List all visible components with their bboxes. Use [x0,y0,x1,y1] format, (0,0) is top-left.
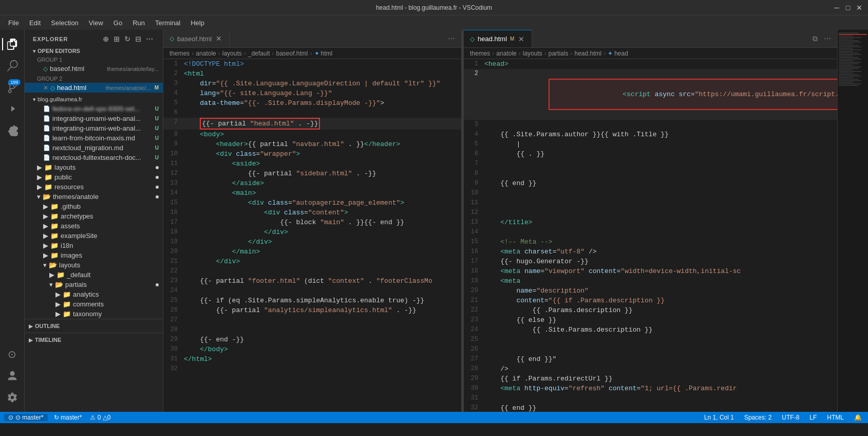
status-language[interactable]: HTML [825,414,846,421]
right-bc-head[interactable]: head.html [574,50,601,57]
file-learn[interactable]: 📄 learn-from-bitcoin-maxis.md U [25,133,163,143]
new-file-icon[interactable]: ⊕ [102,34,110,44]
folder-default[interactable]: ▶ 📁 _default [25,270,163,280]
status-position[interactable]: Ln 1, Col 1 [702,414,736,421]
menu-edit[interactable]: Edit [25,18,45,28]
timeline-header[interactable]: ▶ TIMELINE [25,335,163,344]
status-bell[interactable]: 🔔 [852,414,864,421]
folder-partials[interactable]: ▾ 📂 partials [25,280,163,289]
folder-images[interactable]: ▶ 📁 images [25,250,163,260]
maximize-button[interactable]: □ [844,4,852,11]
folder-analytics[interactable]: ▶ 📁 analytics [25,289,163,299]
sidebar-content: ▾ OPEN EDITORS GROUP 1 ◇ baseof.html the… [25,46,163,412]
activity-search[interactable] [2,56,23,76]
line-row: 17 {{- hugo.Generator -}} [464,257,837,266]
folder-public[interactable]: ▶ 📁 public [25,172,163,182]
right-bc-anatole[interactable]: anatole [496,50,516,57]
public-dot [156,176,159,179]
right-editor-content[interactable]: 1 <head> 2 <script async src="https://um… [464,59,837,412]
line-row: 23 {{ else }} [464,315,837,325]
open-editor-head[interactable]: ✕ ◇ head.html themes/anatole/... M [25,83,163,93]
minimize-button[interactable]: ─ [833,4,840,11]
left-more-actions[interactable]: ⋯ [446,33,457,44]
folder-taxonomy[interactable]: ▶ 📁 taxonomy [25,309,163,319]
menu-selection[interactable]: Selection [47,18,82,28]
left-bc-layouts[interactable]: layouts [222,50,242,57]
collapse-icon[interactable]: ⊟ [134,34,143,44]
folder-github[interactable]: ▶ 📁 .github [25,202,163,211]
left-editor-content[interactable]: 1 <!DOCTYPE html> 2 <html 3 dir="{{ .Sit… [163,59,461,412]
more-actions-icon[interactable]: ⋯ [145,34,155,44]
activity-source-control[interactable]: 189 [2,77,23,98]
activity-remote[interactable]: ⊙ [2,344,23,365]
status-line-endings[interactable]: LF [807,414,819,421]
left-bc-default[interactable]: _default [248,50,270,57]
right-bc-layouts[interactable]: layouts [523,50,542,57]
file-nextcloud-migration[interactable]: 📄 nextcloud_migration.md U [25,143,163,153]
sidebar-title: EXPLORER ⊕ ⊞ ↻ ⊟ ⋯ [25,30,163,46]
folder-assets[interactable]: ▶ 📁 assets [25,221,163,231]
folder-comments[interactable]: ▶ 📁 comments [25,299,163,309]
menu-help[interactable]: Help [186,18,209,28]
line-row: 13 </title> [464,217,837,227]
left-tab-close[interactable]: ✕ [215,34,223,43]
line-row: 27 [163,315,461,325]
menu-view[interactable]: View [85,18,107,28]
sidebar-header-icons: ⊕ ⊞ ↻ ⊟ ⋯ [102,34,155,44]
line-row: 20 </main> [163,247,461,257]
menu-terminal[interactable]: Terminal [151,18,184,28]
activity-run-debug[interactable] [2,99,23,119]
left-tab-icon: ◇ [169,35,174,42]
file-nextcloud-fulltext[interactable]: 📄 nextcloud-fulltextsearch-doc... U [25,153,163,162]
folder-themes-anatole[interactable]: ▾ 📂 themes/anatole [25,192,163,202]
folder-icon-analytics: 📁 [63,290,71,298]
activity-explorer[interactable] [2,34,23,55]
right-tab-close[interactable]: ✕ [517,35,525,43]
line-row: 32 [163,364,461,374]
left-tab-baseof[interactable]: ◇ baseof.html ✕ [163,30,230,47]
blog-section[interactable]: ▾ blog.guillaumea.fr [25,95,163,104]
close-button[interactable]: ✕ [856,4,863,11]
activity-extensions[interactable] [2,120,23,141]
left-bc-baseof[interactable]: baseof.html [276,50,308,57]
file-integrating1[interactable]: 📄 integrating-umami-web-anal... U [25,114,163,123]
folder-archetypes[interactable]: ▶ 📁 archetypes [25,211,163,221]
new-folder-icon[interactable]: ⊞ [112,34,121,44]
nextcloud-migration-badge: U [155,145,159,151]
menu-run[interactable]: Run [128,18,149,28]
activity-settings[interactable] [2,387,23,408]
left-bc-themes[interactable]: themes [169,50,190,57]
folder-resources[interactable]: ▶ 📁 resources [25,182,163,192]
status-errors[interactable]: ⚠ 0 △0 [88,414,112,421]
sidebar: EXPLORER ⊕ ⊞ ↻ ⊟ ⋯ ▾ OPEN EDITORS GROUP … [25,30,163,412]
menu-file[interactable]: File [4,18,23,28]
status-spaces[interactable]: Spaces: 2 [742,414,773,421]
open-editor-baseof[interactable]: ◇ baseof.html themes/anatole/lay... [25,64,163,74]
status-remote[interactable]: ⊙ ⊙ master* [4,414,48,421]
right-bc-partials[interactable]: partials [549,50,569,57]
status-encoding[interactable]: UTF-8 [780,414,801,421]
left-bc-html[interactable]: ✦ html [314,50,333,57]
right-tab-head[interactable]: ◇ head.html M ✕ [464,30,532,47]
open-editors-section[interactable]: ▾ OPEN EDITORS [25,46,163,56]
folder-i18n[interactable]: ▶ 📁 i18n [25,241,163,250]
menu-go[interactable]: Go [109,18,126,28]
right-split-editor[interactable]: ⧉ [810,33,820,44]
refresh-icon[interactable]: ↻ [123,34,132,44]
status-sync[interactable]: ↻ master* [52,414,84,421]
line-row: 29 {{- end -}} [163,335,461,344]
right-bc-themes[interactable]: themes [470,50,490,57]
folder-layouts-top[interactable]: ▶ 📁 layouts [25,162,163,172]
folder-icon-partials: 📂 [55,281,63,288]
right-bc-headtag[interactable]: ✦ head [608,50,628,57]
activity-account[interactable] [2,366,23,386]
left-bc-anatole[interactable]: anatole [196,50,216,57]
file-integrating2[interactable]: 📄 integrating-umami-web-anal... U [25,123,163,133]
close-head-icon[interactable]: ✕ [43,84,48,92]
file-fedora[interactable]: 📄 fedora-on-dell-xps-9300-set... U [25,104,163,114]
folder-layouts[interactable]: ▾ 📂 layouts [25,260,163,270]
right-more-actions[interactable]: ⋯ [822,33,833,44]
outline-header[interactable]: ▶ OUTLINE [25,321,163,331]
folder-examplesite[interactable]: ▶ 📁 exampleSite [25,231,163,241]
line-row: 27 {{ end }}" [464,354,837,364]
